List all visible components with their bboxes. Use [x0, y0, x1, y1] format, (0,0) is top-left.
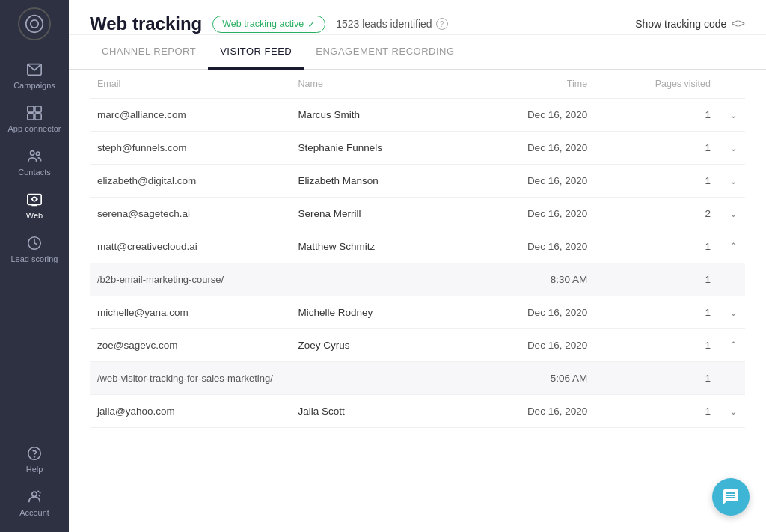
- tracking-status-badge: Web tracking active ✓: [212, 16, 325, 33]
- pages-cell: 1: [595, 230, 718, 263]
- time-cell: Dec 16, 2020: [464, 99, 595, 132]
- email-cell: jaila@yahoo.com: [90, 395, 291, 428]
- sidebar-item-label: Help: [26, 465, 43, 474]
- svg-point-14: [32, 492, 37, 496]
- sidebar-item-label: Account: [19, 508, 49, 517]
- svg-point-8: [36, 152, 40, 156]
- svg-point-1: [31, 20, 38, 28]
- chevron-cell[interactable]: ⌄: [718, 99, 745, 132]
- sidebar-item-label: Web: [26, 211, 43, 220]
- sidebar-item-label: App connector: [8, 124, 61, 133]
- col-time: Time: [464, 70, 595, 99]
- name-cell: Michelle Rodney: [291, 296, 465, 329]
- path-cell: /web-visitor-tracking-for-sales-marketin…: [90, 362, 464, 395]
- chevron-down-icon[interactable]: ⌄: [729, 208, 738, 219]
- chevron-up-icon[interactable]: ⌃: [729, 340, 738, 351]
- svg-point-13: [34, 456, 35, 457]
- chevron-down-icon[interactable]: ⌄: [729, 109, 738, 120]
- col-name: Name: [291, 70, 465, 99]
- action-cell: [718, 263, 745, 296]
- leads-count: 1523 leads identified ?: [336, 18, 447, 30]
- path-cell: /b2b-email-marketing-course/: [90, 263, 464, 296]
- sidebar-item-label: Campaigns: [13, 81, 55, 90]
- show-code-label: Show tracking code: [635, 18, 726, 30]
- visitor-feed-table: Email Name Time Pages visited marc@allia…: [90, 70, 745, 428]
- table-row-path: /web-visitor-tracking-for-sales-marketin…: [90, 362, 745, 395]
- pages-cell: 1: [595, 99, 718, 132]
- email-cell: michelle@yana.com: [90, 296, 291, 329]
- pages-cell: 1: [595, 395, 718, 428]
- table-row: serena@sagetech.ai Serena Merrill Dec 16…: [90, 198, 745, 230]
- sidebar-bottom: Help Account: [0, 438, 69, 525]
- name-cell: Marcus Smith: [291, 99, 465, 132]
- name-cell: Serena Merrill: [291, 198, 465, 230]
- pages-cell: 1: [595, 329, 718, 362]
- table-row: matt@creativecloud.ai Matthew Schmitz De…: [90, 230, 745, 263]
- table-row: zoe@sagevc.com Zoey Cyrus Dec 16, 2020 1…: [90, 329, 745, 362]
- tab-visitor-feed[interactable]: VISITOR FEED: [208, 35, 304, 70]
- table-body: marc@alliance.com Marcus Smith Dec 16, 2…: [90, 99, 745, 428]
- leads-count-text: 1523 leads identified: [336, 18, 432, 30]
- time-cell: Dec 16, 2020: [464, 230, 595, 263]
- check-icon: ✓: [307, 19, 316, 30]
- sidebar: Campaigns App connector Contacts Web: [0, 0, 69, 532]
- col-action: [718, 70, 745, 99]
- chevron-down-icon[interactable]: ⌄: [729, 406, 738, 417]
- sidebar-item-account[interactable]: Account: [0, 481, 69, 525]
- sidebar-item-campaigns[interactable]: Campaigns: [0, 54, 69, 97]
- name-cell: Matthew Schmitz: [291, 230, 465, 263]
- sidebar-logo[interactable]: [18, 7, 51, 40]
- name-cell: Stephanie Funnels: [291, 132, 465, 165]
- show-tracking-code-button[interactable]: Show tracking code <>: [635, 17, 745, 31]
- sidebar-item-label: Contacts: [18, 168, 50, 177]
- sidebar-item-app-connector[interactable]: App connector: [0, 97, 69, 141]
- svg-rect-6: [35, 114, 41, 120]
- visitor-feed-table-container: Email Name Time Pages visited marc@allia…: [69, 70, 766, 532]
- time-cell: Dec 16, 2020: [464, 296, 595, 329]
- table-row: elizabeth@digital.com Elizabeth Manson D…: [90, 165, 745, 198]
- svg-point-7: [31, 151, 35, 156]
- table-row: marc@alliance.com Marcus Smith Dec 16, 2…: [90, 99, 745, 132]
- svg-rect-4: [35, 106, 41, 112]
- tab-channel-report[interactable]: CHANNEL REPORT: [90, 35, 208, 70]
- name-cell: Jaila Scott: [291, 395, 465, 428]
- pages-cell: 1: [595, 296, 718, 329]
- email-cell: elizabeth@digital.com: [90, 165, 291, 198]
- tracking-badge-text: Web tracking active: [222, 19, 304, 29]
- time-cell: Dec 16, 2020: [464, 165, 595, 198]
- col-email: Email: [90, 70, 291, 99]
- time-cell: Dec 16, 2020: [464, 198, 595, 230]
- chevron-cell[interactable]: ⌄: [718, 296, 745, 329]
- chevron-up-icon[interactable]: ⌃: [729, 241, 738, 252]
- sidebar-item-web[interactable]: Web: [0, 184, 69, 227]
- chevron-cell[interactable]: ⌄: [718, 132, 745, 165]
- chevron-down-icon[interactable]: ⌄: [729, 142, 738, 153]
- tab-engagement-recording[interactable]: ENGAGEMENT RECORDING: [304, 35, 466, 70]
- chevron-cell[interactable]: ⌄: [718, 198, 745, 230]
- email-cell: matt@creativecloud.ai: [90, 230, 291, 263]
- time-cell: 8:30 AM: [464, 263, 595, 296]
- pages-cell: 1: [595, 263, 718, 296]
- help-circle-icon[interactable]: ?: [436, 18, 448, 30]
- chevron-down-icon[interactable]: ⌄: [729, 175, 738, 186]
- email-cell: zoe@sagevc.com: [90, 329, 291, 362]
- page-title: Web tracking: [90, 13, 202, 34]
- time-cell: Dec 16, 2020: [464, 132, 595, 165]
- time-cell: 5:06 AM: [464, 362, 595, 395]
- chevron-cell[interactable]: ⌄: [718, 395, 745, 428]
- pages-cell: 2: [595, 198, 718, 230]
- chevron-cell[interactable]: ⌄: [718, 165, 745, 198]
- sidebar-item-help[interactable]: Help: [0, 438, 69, 481]
- svg-rect-5: [28, 114, 34, 120]
- chevron-down-icon[interactable]: ⌄: [729, 307, 738, 318]
- sidebar-item-contacts[interactable]: Contacts: [0, 141, 69, 184]
- pages-cell: 1: [595, 362, 718, 395]
- svg-point-10: [32, 197, 37, 201]
- page-header: Web tracking Web tracking active ✓ 1523 …: [69, 0, 766, 35]
- table-row: steph@funnels.com Stephanie Funnels Dec …: [90, 132, 745, 165]
- chevron-cell[interactable]: ⌃: [718, 230, 745, 263]
- chat-fab-button[interactable]: [712, 478, 750, 516]
- sidebar-item-lead-scoring[interactable]: Lead scoring: [0, 227, 69, 271]
- chevron-cell[interactable]: ⌃: [718, 329, 745, 362]
- col-pages: Pages visited: [595, 70, 718, 99]
